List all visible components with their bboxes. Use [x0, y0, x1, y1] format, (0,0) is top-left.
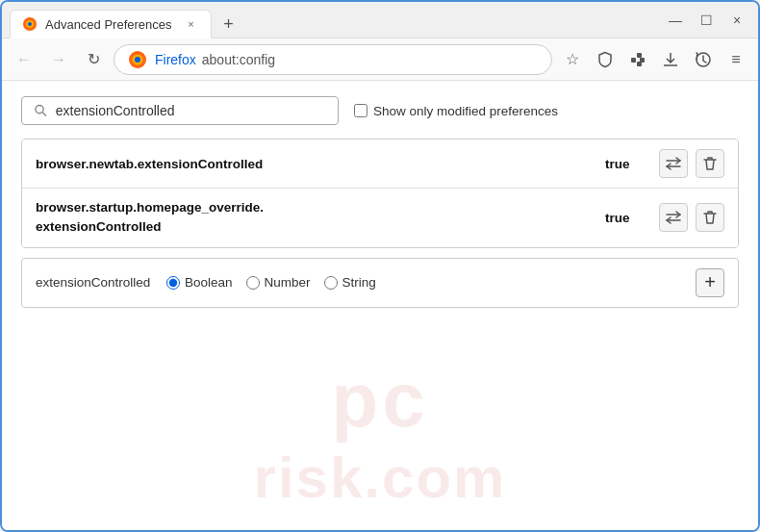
search-input-wrap[interactable] — [21, 96, 339, 125]
menu-button[interactable]: ≡ — [722, 45, 750, 74]
nav-icons-right: ☆ — [558, 45, 750, 74]
radio-boolean-label: Boolean — [185, 275, 233, 290]
delete-icon-2 — [703, 210, 717, 225]
reload-button[interactable]: ↻ — [79, 45, 108, 74]
shield-button[interactable] — [591, 45, 620, 74]
toggle-icon-2 — [665, 211, 682, 224]
show-modified-label: Show only modified preferences — [373, 104, 558, 118]
pref-value-1: true — [605, 157, 644, 171]
firefox-logo — [126, 48, 149, 71]
forward-button[interactable]: → — [44, 45, 73, 74]
history-button[interactable] — [689, 45, 718, 74]
toggle-button-2[interactable] — [659, 203, 688, 232]
nav-bar: ← → ↻ Firefox about:config ☆ — [2, 38, 758, 81]
svg-rect-9 — [640, 58, 645, 63]
svg-point-2 — [28, 22, 32, 26]
add-pref-button[interactable]: + — [696, 268, 724, 297]
delete-button-1[interactable] — [696, 149, 724, 178]
show-modified-checkbox[interactable] — [354, 104, 367, 117]
search-icon — [34, 103, 48, 118]
pref-value-2: true — [605, 211, 644, 225]
radio-string[interactable]: String — [324, 275, 376, 290]
back-button[interactable]: ← — [10, 45, 38, 74]
new-tab-button[interactable]: + — [215, 11, 242, 38]
result-actions-1 — [659, 149, 724, 178]
delete-icon-1 — [703, 156, 717, 171]
result-actions-2 — [659, 203, 724, 232]
svg-rect-7 — [637, 53, 642, 58]
svg-rect-6 — [631, 58, 636, 63]
new-pref-name: extensionControlled — [36, 275, 151, 290]
address-url: about:config — [202, 52, 275, 67]
title-bar: Advanced Preferences × + — ☐ × — [2, 2, 758, 38]
radio-group: Boolean Number String — [166, 275, 680, 290]
content-area: Show only modified preferences browser.n… — [2, 81, 758, 530]
toggle-icon-1 — [665, 157, 682, 170]
tab-favicon — [22, 16, 38, 32]
svg-point-11 — [36, 105, 43, 113]
pref-name-2: browser.startup.homepage_override.extens… — [36, 198, 605, 238]
radio-number-label: Number — [265, 275, 311, 290]
radio-boolean-input[interactable] — [166, 276, 180, 290]
show-modified-checkbox-label[interactable]: Show only modified preferences — [354, 104, 558, 118]
watermark-line2: risk.com — [254, 444, 507, 511]
minimize-button[interactable]: — — [662, 7, 689, 34]
radio-boolean[interactable]: Boolean — [166, 275, 233, 290]
search-input[interactable] — [56, 103, 326, 118]
watermark: pc risk.com — [254, 356, 507, 511]
toggle-button-1[interactable] — [659, 149, 688, 178]
radio-string-label: String — [342, 275, 376, 290]
downloads-button[interactable] — [656, 45, 685, 74]
extension-button[interactable] — [623, 45, 652, 74]
tab-area: Advanced Preferences × + — [10, 2, 654, 38]
delete-button-2[interactable] — [696, 203, 724, 232]
table-row[interactable]: browser.newtab.extensionControlled true — [22, 139, 738, 189]
close-window-button[interactable]: × — [723, 7, 750, 34]
watermark-line1: pc — [331, 356, 428, 444]
svg-point-5 — [135, 57, 140, 63]
tab-title: Advanced Preferences — [45, 17, 172, 32]
browser-window: Advanced Preferences × + — ☐ × ← → ↻ Fir… — [0, 0, 760, 532]
active-tab[interactable]: Advanced Preferences × — [10, 10, 212, 38]
radio-number-input[interactable] — [246, 276, 260, 290]
address-firefox-label: Firefox — [155, 52, 196, 67]
radio-number[interactable]: Number — [246, 275, 311, 290]
bookmark-button[interactable]: ☆ — [558, 45, 587, 74]
results-table: browser.newtab.extensionControlled true — [21, 139, 739, 248]
svg-line-12 — [42, 113, 46, 116]
new-pref-row: extensionControlled Boolean Number Strin… — [21, 258, 739, 308]
address-bar[interactable]: Firefox about:config — [114, 44, 552, 75]
window-controls: — ☐ × — [662, 7, 750, 34]
search-bar-row: Show only modified preferences — [21, 96, 739, 125]
pref-name-1: browser.newtab.extensionControlled — [36, 157, 605, 171]
radio-string-input[interactable] — [324, 276, 338, 290]
maximize-button[interactable]: ☐ — [693, 7, 720, 34]
table-row[interactable]: browser.startup.homepage_override.extens… — [22, 189, 738, 247]
tab-close-button[interactable]: × — [184, 16, 199, 32]
